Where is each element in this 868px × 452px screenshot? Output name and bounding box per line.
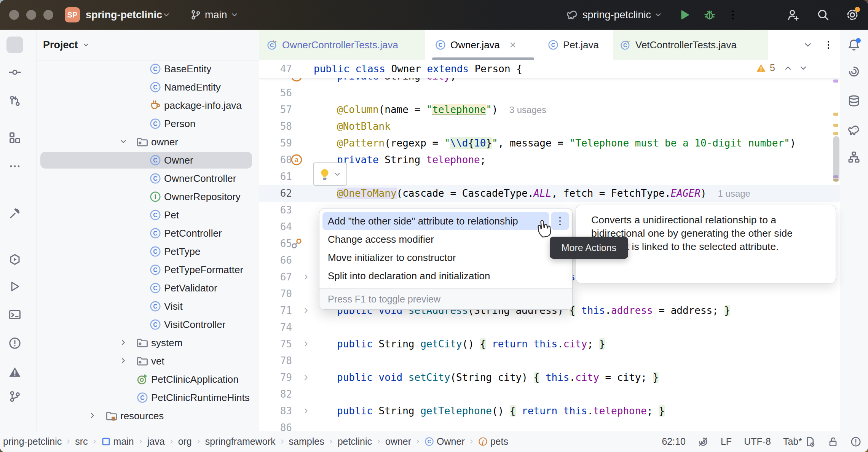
tree-item-Pet[interactable]: CPet: [37, 206, 259, 224]
code-line-74[interactable]: 74: [259, 319, 840, 336]
tool-window-button-git-branch[interactable]: [6, 388, 23, 405]
ai-disabled-icon[interactable]: [698, 436, 708, 447]
chevron-down-icon[interactable]: [119, 137, 128, 146]
line-ending-widget[interactable]: LF: [721, 436, 732, 447]
tree-item-Person[interactable]: CPerson: [37, 115, 259, 133]
tree-item-VisitController[interactable]: CVisitController: [37, 315, 259, 334]
project-panel-header[interactable]: Project: [43, 30, 90, 60]
code-line-83[interactable]: 83public String getTelephone() { return …: [259, 403, 840, 419]
tool-window-button-ai-assistant[interactable]: [846, 63, 862, 80]
tree-item-system[interactable]: system: [37, 334, 259, 352]
chevron-right-icon[interactable]: [88, 411, 97, 420]
tool-window-button-problems[interactable]: [6, 335, 23, 352]
tree-item-PetClinicRuntimeHints[interactable]: CPetClinicRuntimeHints: [37, 388, 259, 407]
tree-item-PetController[interactable]: CPetController: [37, 224, 259, 242]
chevron-right-icon[interactable]: [119, 357, 128, 365]
intention-item[interactable]: Change access modifier: [322, 230, 568, 248]
tool-window-button-commit[interactable]: [6, 64, 23, 81]
branch-widget[interactable]: main: [205, 9, 227, 21]
tree-item-PetClinicApplication[interactable]: PetClinicApplication: [37, 370, 259, 388]
tree-item-Visit[interactable]: CVisit: [37, 297, 259, 315]
search-everywhere-button[interactable]: [817, 9, 829, 21]
tool-window-button-pull-requests[interactable]: [6, 92, 23, 109]
run-button[interactable]: [678, 9, 691, 21]
tree-item-PetTypeFormatter[interactable]: CPetTypeFormatter: [37, 261, 259, 279]
more-options-button[interactable]: [727, 9, 739, 21]
tree-item-PetValidator[interactable]: CPetValidator: [37, 279, 259, 297]
fold-icon[interactable]: [302, 373, 310, 382]
breadcrumb-item-Owner[interactable]: COwner: [424, 436, 465, 447]
intention-item[interactable]: Move initializer to constructor: [322, 248, 568, 267]
tool-window-button-structure[interactable]: [6, 129, 23, 146]
code-line-56[interactable]: 56: [259, 84, 840, 101]
more-actions-button[interactable]: [551, 212, 569, 230]
close-window-button[interactable]: [9, 10, 19, 20]
intention-bulb-widget[interactable]: [313, 162, 347, 186]
tab-Owner.java[interactable]: COwner.java: [435, 30, 517, 60]
run-configuration-selector[interactable]: spring-petclinic: [582, 9, 651, 21]
error-circle-icon[interactable]: [850, 436, 861, 447]
tool-window-button-terminal[interactable]: [6, 306, 23, 323]
code-line-58[interactable]: 58@NotBlank: [259, 118, 840, 135]
unlocked-icon[interactable]: [828, 436, 838, 447]
usages-inlay-hint[interactable]: 1 usage: [718, 188, 750, 199]
tool-window-button-notifications-bell[interactable]: [846, 37, 862, 53]
tool-window-button-warnings[interactable]: [6, 364, 23, 380]
tool-window-button-more-dots[interactable]: [6, 158, 23, 175]
tool-window-button-gradle-elephant[interactable]: [846, 122, 862, 138]
code-line-79[interactable]: 79public void setCity(String city) { thi…: [259, 369, 840, 386]
chain-gutter-icon[interactable]: [290, 237, 303, 250]
chevron-up-icon[interactable]: [783, 64, 793, 73]
code-line-75[interactable]: 75public String getCity() { return this.…: [259, 336, 840, 352]
editor-scrollbar[interactable]: [833, 136, 839, 182]
tool-window-button-services[interactable]: [6, 251, 23, 268]
code-line-78[interactable]: 78: [259, 352, 840, 369]
encoding-widget[interactable]: UTF-8: [744, 436, 771, 447]
tree-item-BaseEntity[interactable]: CBaseEntity: [37, 60, 259, 78]
fold-icon[interactable]: [302, 306, 310, 315]
breadcrumb-item-pets[interactable]: fpets: [478, 436, 508, 447]
fold-icon[interactable]: [302, 340, 310, 348]
code-line-57[interactable]: 57@Column(name = "telephone")3 usages: [259, 101, 840, 118]
minimize-window-button[interactable]: [26, 10, 36, 20]
tree-item-vet[interactable]: vet: [37, 352, 259, 370]
tree-item-NamedEntity[interactable]: CNamedEntity: [37, 78, 259, 96]
code-line-59[interactable]: 59@Pattern(regexp = "\\d{10}", message =…: [259, 135, 840, 151]
sticky-header-line[interactable]: 47public class Owner extends Person {: [259, 60, 840, 78]
breadcrumb-item-springframework[interactable]: springframework: [205, 436, 276, 447]
chevron-down-icon[interactable]: [799, 64, 808, 73]
indent-widget[interactable]: Tab*: [783, 436, 815, 447]
breadcrumb-item-pring-petclinic[interactable]: pring-petclinic: [3, 436, 62, 447]
tab-options-button[interactable]: [823, 40, 833, 50]
intention-item-selected[interactable]: Add "the other side" attribute to relati…: [322, 212, 549, 230]
tree-item-package-info.java[interactable]: package-info.java: [37, 96, 259, 115]
inspections-widget[interactable]: 5: [756, 62, 808, 73]
settings-button[interactable]: [846, 8, 859, 21]
breadcrumb-item-samples[interactable]: samples: [289, 436, 324, 447]
tree-item-PetType[interactable]: CPetType: [37, 242, 259, 261]
chevron-down-icon[interactable]: [803, 40, 813, 50]
breadcrumb-item-owner[interactable]: owner: [385, 436, 411, 447]
tab-OwnerControllerTests.java[interactable]: COwnerControllerTests.java: [267, 30, 398, 60]
tool-window-button-project-folder[interactable]: [6, 37, 23, 53]
debug-button[interactable]: [704, 9, 716, 21]
tool-window-button-database[interactable]: [846, 92, 862, 109]
tree-item-owner[interactable]: owner: [37, 133, 259, 151]
tree-item-OwnerController[interactable]: COwnerController: [37, 169, 259, 188]
code-line-62[interactable]: 62@OneToMany(cascade = CascadeType.ALL, …: [259, 185, 840, 202]
tree-item-Owner[interactable]: COwner: [37, 151, 259, 169]
add-user-button[interactable]: [787, 9, 799, 21]
maximize-window-button[interactable]: [43, 10, 53, 20]
tree-item-resources[interactable]: resources: [37, 407, 259, 425]
breadcrumb-item-petclinic[interactable]: petclinic: [338, 436, 372, 447]
chevron-right-icon[interactable]: [119, 338, 128, 347]
breadcrumb-item-main[interactable]: main: [101, 436, 134, 447]
project-badge[interactable]: SP: [65, 7, 80, 22]
tree-item-OwnerRepository[interactable]: IOwnerRepository: [37, 188, 259, 206]
fold-icon[interactable]: [302, 407, 310, 415]
close-icon[interactable]: [508, 40, 517, 49]
code-line-86[interactable]: 86: [259, 419, 840, 431]
tool-window-button-run[interactable]: [6, 278, 23, 295]
code-line-82[interactable]: 82: [259, 386, 840, 403]
tab-Pet.java[interactable]: CPet.java: [548, 30, 599, 60]
